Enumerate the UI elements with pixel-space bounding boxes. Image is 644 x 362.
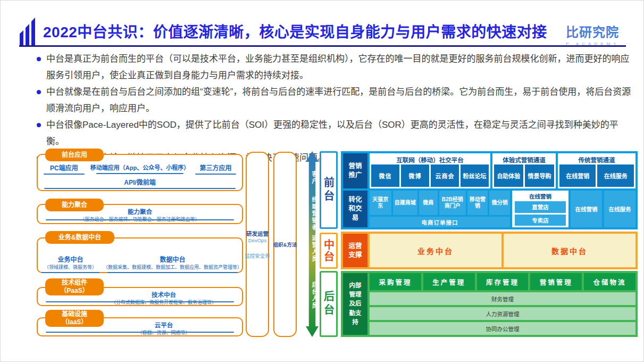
data-middle-platform: 数据中台 [504, 234, 635, 267]
store-direct: 直营店 [515, 201, 566, 213]
title-divider [19, 45, 626, 47]
logo: 比研究院 P ACADEMY [566, 22, 620, 46]
module-inventory: 库存管理 [477, 273, 529, 290]
left-cell: 第三方应用 [189, 163, 242, 175]
module-procurement: 采购管理 [370, 273, 421, 290]
group-experiential-channels: 体验式营销通道 自助体验 情景导购 [492, 153, 556, 188]
channel-wei-shang: 微商 [419, 191, 438, 215]
cell-title: 第三方应用 [189, 163, 242, 172]
front-row-conversion: 转化和交易 天猫京东 自建商城 微商 B2B经销商门户 移动营销 微分销 电商订… [343, 191, 635, 227]
bar-collab-office-mgmt: 协同办公管理 [370, 322, 635, 335]
group-social-platforms: 互联网（移动）社交平台 微信 微博 云商会 粉丝论坛 [370, 153, 490, 188]
axis-label-backoffice-staff: 后台人员 [306, 282, 319, 309]
bullet-item: 中台很像Pace-Layered中的SOD，提供了比前台（SOI）更强的稳定性，… [36, 117, 631, 150]
underline [46, 219, 233, 220]
left-cell: API/微前端 [38, 177, 242, 189]
underline [46, 332, 233, 333]
tier-front: 前台 [320, 151, 338, 229]
back-panel: 内部管理及后勤支持 采购管理 生产管理 库存管理 营销管理 仓储物流 财务管理 … [341, 271, 638, 337]
cell-subtitle: （领域建模、微服务等） [38, 264, 103, 270]
tag-line: （IaaS） [62, 318, 88, 326]
store-franchise: 专卖店 [515, 215, 566, 226]
back-content: 采购管理 生产管理 库存管理 营销管理 仓储物流 财务管理 人力资源管理 协同办… [370, 273, 635, 335]
module-warehouse-logistics: 仓储物流 [584, 273, 635, 290]
middle-panel: 运营支撑 业务中台 数据中台 [341, 232, 638, 269]
tier-label: 前台 [321, 177, 337, 203]
tier-label: 中台 [321, 239, 337, 262]
cell-title: API/微前端 [38, 177, 242, 186]
strip-org-method: 组织&方法 [273, 152, 297, 337]
axis-label-customer: 客户 [306, 171, 319, 185]
channel-tmall-jd: 天猫京东 [370, 191, 391, 215]
left-tag-frontend-apps: 前台应用 [45, 149, 104, 161]
left-cell: 数据中台 （数据采集、数据建模、数据加工、数据应用、数据资产管理等） [103, 254, 242, 273]
strip-title: 组织&方法 [273, 241, 297, 248]
cell-title: 业务中台 [38, 254, 103, 264]
cell-title: 技术中台 [86, 290, 242, 299]
bar-icon-segment [31, 18, 35, 45]
channel-online-service-2: 在线服务 [604, 191, 635, 227]
tag-line: （PaaS） [60, 287, 88, 295]
tier-label: 后台 [321, 291, 337, 317]
strip-title: 研发运营 [246, 229, 269, 237]
channel-online-service: 在线服务 [597, 164, 634, 187]
channel-online-marketing: 在线营销 [559, 164, 596, 187]
channel-mobile-marketing: 移动营销 [467, 191, 488, 215]
page-title: 2022中台共识：价值逐渐清晰，核心是实现自身能力与用户需求的快速对接 [43, 20, 547, 42]
channel-fan-forum: 粉丝论坛 [461, 164, 489, 187]
group-header: 互联网（移动）社交平台 [371, 155, 489, 164]
bar-finance-mgmt: 财务管理 [370, 292, 635, 305]
axis-label-terminal-marketer: 终端营销者 [306, 196, 319, 231]
channel-b2b-portal: B2B经销商门户 [439, 191, 466, 215]
group-traditional-channels: 传统营销通道 在线营销 在线服务 [558, 153, 635, 188]
underline [41, 272, 99, 273]
underline [44, 174, 85, 175]
bar-icon-segment [20, 30, 23, 45]
tier-back: 后台 [320, 271, 338, 337]
bar-chart-icon [20, 18, 35, 45]
module-production: 生产管理 [423, 273, 475, 290]
group-header: 传统营销通道 [559, 155, 634, 164]
row-label-conversion-trade: 转化和交易 [343, 191, 367, 227]
row-label-ops-support: 运营支撑 [343, 234, 367, 267]
bullet-item: 中台是真正为前台而生的平台（可以是技术平台，业务能力甚至是组织机构），它存在的唯… [36, 51, 631, 84]
underline [195, 174, 236, 175]
left-tag-biz-data: 业务&数据中台 [45, 231, 114, 244]
group-header: 体验式营销通道 [494, 155, 554, 164]
cell-title: PC端应用 [38, 163, 90, 172]
channel-online-marketing-2: 在线营销 [571, 191, 602, 227]
cell-title: 云平台 [86, 320, 242, 329]
front-panel: 营销推广 互联网（移动）社交平台 微信 微博 云商会 粉丝论坛 体验式营销通道 … [341, 151, 638, 229]
underline [96, 173, 183, 174]
bullet-item: 中台就像是在前台与后台之间添加的组“变速轮”，将前台与后台的速率进行匹配，是前台… [36, 84, 631, 117]
bar-hr-mgmt: 人力资源管理 [370, 307, 635, 320]
left-cell: 业务中台 （领域建模、微服务等） [38, 254, 103, 273]
group-header: 在线营销 [515, 192, 566, 200]
channel-self-experience: 自助体验 [494, 164, 523, 187]
bullet-list: 中台是真正为前台而生的平台（可以是技术平台，业务能力甚至是组织机构），它存在的唯… [36, 51, 631, 166]
channel-wechat: 微信 [371, 164, 399, 187]
cell-title: 移动端应用（App、公众号、小程序） [90, 163, 189, 171]
cell-title: 数据中台 [103, 254, 242, 264]
strip-devops: 研发运营 DevOps 监控安全等 [246, 152, 269, 337]
bar-icon-segment [26, 24, 29, 45]
left-tag-iaas: 基础设施 （IaaS） [45, 310, 104, 327]
channel-weibo: 微博 [401, 164, 429, 187]
tag-line: 基础设施 [62, 310, 87, 318]
module-marketing: 营销管理 [530, 273, 582, 290]
slide: 比研究院 P ACADEMY 2022中台共识：价值逐渐清晰，核心是实现自身能力… [0, 0, 644, 362]
channel-cloud-mall: 云商会 [431, 164, 459, 187]
strip-subtitle: DevOps [248, 237, 266, 243]
left-cell: 移动端应用（App、公众号、小程序） [90, 163, 189, 175]
tag-line: 技术组件 [62, 279, 87, 287]
conversion-main: 天猫京东 自建商城 微商 B2B经销商门户 移动营销 微分销 电商订单接口 [370, 191, 510, 227]
channel-micro-distribution: 微分销 [489, 191, 510, 215]
left-tag-capability: 能力聚合 [45, 199, 104, 211]
channel-scenario-guide: 情景导购 [525, 164, 554, 187]
front-row-marketing: 营销推广 互联网（移动）社交平台 微信 微博 云商会 粉丝论坛 体验式营销通道 … [343, 153, 635, 188]
group-online-marketing-stores: 在线营销 直营店 专卖店 [512, 191, 568, 227]
ecommerce-order-api-bar: 电商订单接口 [370, 217, 510, 227]
underline [107, 272, 238, 273]
logo-subtext: P ACADEMY [566, 42, 620, 46]
logo-text: 比研究院 [566, 22, 620, 40]
